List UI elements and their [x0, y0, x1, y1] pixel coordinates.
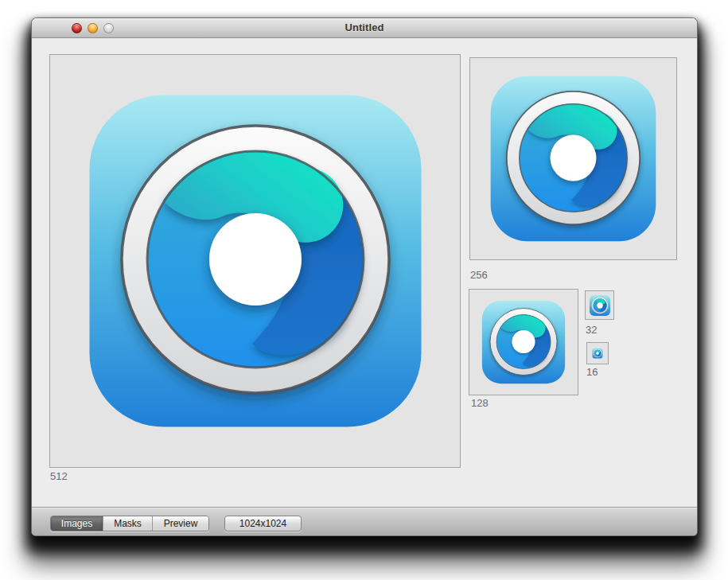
app-icon-32 — [587, 293, 613, 318]
segment-preview[interactable]: Preview — [153, 516, 208, 531]
image-well-16[interactable] — [586, 342, 609, 364]
window-title: Untitled — [32, 21, 697, 33]
app-icon-128 — [473, 291, 574, 393]
size-1024-button[interactable]: 1024x1024 — [224, 516, 302, 531]
app-icon-256 — [472, 57, 675, 260]
size-label-512: 512 — [50, 470, 68, 482]
image-well-512[interactable] — [49, 54, 461, 468]
titlebar[interactable]: Untitled — [32, 18, 697, 38]
app-icon-16 — [591, 347, 604, 360]
app-icon-512 — [52, 57, 459, 465]
size-label-256: 256 — [470, 269, 488, 281]
segment-masks[interactable]: Masks — [103, 516, 153, 531]
size-label-128: 128 — [471, 397, 489, 409]
view-mode-segmented-control: Images Masks Preview — [50, 516, 209, 531]
image-well-32[interactable] — [585, 290, 614, 320]
segment-images[interactable]: Images — [51, 516, 103, 531]
bottom-toolbar: Images Masks Preview 1024x1024 — [32, 507, 697, 535]
icon-preview-canvas: 512 256 128 32 16 — [32, 39, 697, 507]
size-label-32: 32 — [586, 324, 597, 336]
size-label-16: 16 — [586, 366, 598, 378]
document-window: Untitled 512 256 128 32 16 Images Masks … — [31, 18, 698, 536]
image-well-128[interactable] — [469, 289, 578, 395]
image-well-256[interactable] — [469, 57, 677, 260]
